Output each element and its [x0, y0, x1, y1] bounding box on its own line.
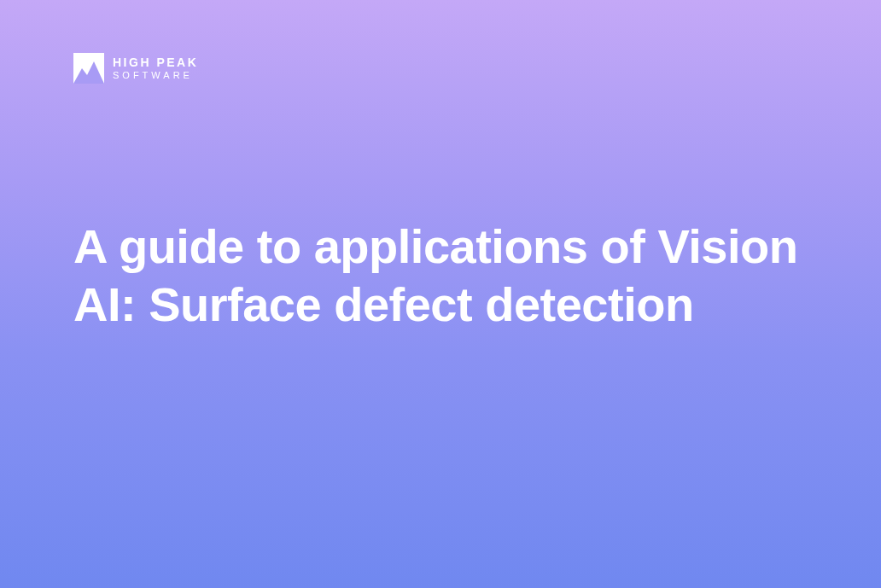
brand-text: HIGH PEAK SOFTWARE	[113, 56, 198, 79]
brand-logo: HIGH PEAK SOFTWARE	[73, 53, 198, 84]
page-title: A guide to applications of Vision AI: Su…	[73, 218, 830, 335]
brand-name-bottom: SOFTWARE	[113, 70, 198, 80]
brand-name-top: HIGH PEAK	[113, 56, 198, 69]
mountain-icon	[73, 53, 104, 84]
